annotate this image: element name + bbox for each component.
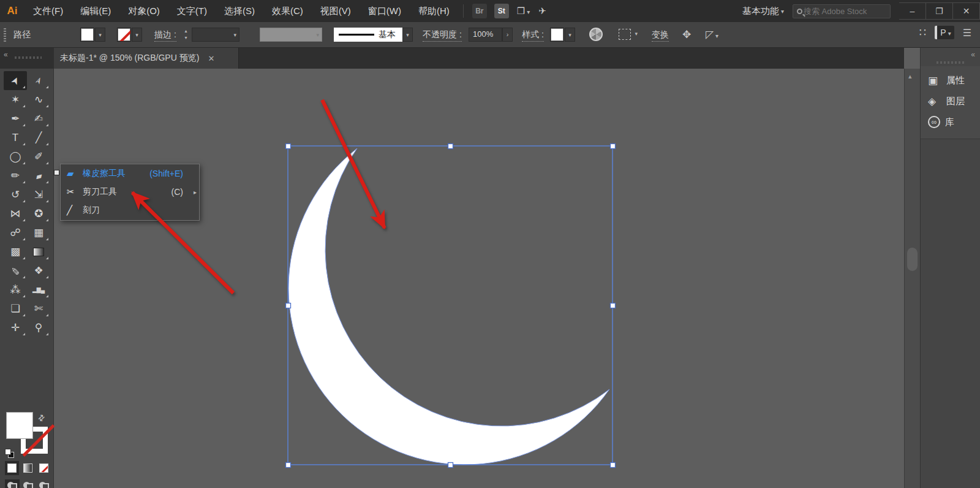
tool-shaper[interactable]: ✏ xyxy=(4,166,27,185)
crescent-moon-shape[interactable] xyxy=(288,148,609,465)
scrollbar-thumb[interactable] xyxy=(907,248,918,271)
tool-line-segment[interactable]: ╱ xyxy=(27,128,50,147)
minimize-button[interactable]: – xyxy=(899,2,926,20)
tool-hand[interactable]: ✛ xyxy=(4,318,27,337)
panel-collapse-icon[interactable]: « xyxy=(971,50,975,59)
fill-color-chevron[interactable]: ▾ xyxy=(95,28,105,42)
brush-definition-dropdown[interactable]: 基本 xyxy=(334,28,402,42)
gradient-button[interactable] xyxy=(21,461,35,475)
tool-selection[interactable]: ➤ xyxy=(4,71,27,90)
menu-edit[interactable]: 编辑(E) xyxy=(72,0,119,22)
tool-direct-selection[interactable]: ➢ xyxy=(27,71,50,90)
tool-puppet-warp[interactable]: ✪ xyxy=(27,204,50,223)
draw-behind-button[interactable] xyxy=(21,479,36,488)
toolbar-grip[interactable] xyxy=(15,56,42,59)
none-button[interactable] xyxy=(37,461,51,475)
menu-type[interactable]: 文字(T) xyxy=(168,0,216,22)
flyout-item-knife-tool[interactable]: ╱ 刻刀 xyxy=(61,201,199,219)
tool-width[interactable]: ⋈ xyxy=(4,204,27,223)
grid-view-icon[interactable]: ∷ xyxy=(919,26,926,39)
menu-help[interactable]: 帮助(H) xyxy=(410,0,458,22)
stroke-weight-dropdown[interactable]: ▾ xyxy=(192,28,239,42)
tool-scale[interactable]: ⇲ xyxy=(27,185,50,204)
tool-mesh[interactable]: ▩ xyxy=(4,242,27,261)
tool-blend[interactable]: ❖ xyxy=(27,261,50,280)
vertical-scrollbar[interactable]: ▴ xyxy=(904,69,920,488)
close-button[interactable]: ✕ xyxy=(953,2,980,20)
menu-view[interactable]: 视图(V) xyxy=(312,0,360,22)
isolate-selection-icon[interactable]: ◸▾ xyxy=(706,28,718,41)
menu-effect[interactable]: 效果(C) xyxy=(263,0,312,22)
stroke-weight-stepper[interactable]: ▴ ▾ xyxy=(181,28,190,42)
fill-color-swatch[interactable] xyxy=(80,28,94,42)
recolor-artwork-icon[interactable] xyxy=(589,28,603,41)
tool-gradient[interactable] xyxy=(27,242,50,261)
menu-window[interactable]: 窗口(W) xyxy=(360,0,410,22)
panel-tab-layers[interactable]: ◈ 图层 xyxy=(921,91,980,112)
stepper-up-icon[interactable]: ▴ xyxy=(181,28,190,34)
tool-lasso[interactable]: ∿ xyxy=(27,90,50,109)
stroke-color-swatch[interactable] xyxy=(117,28,131,42)
tool-rotate[interactable]: ↺ xyxy=(4,185,27,204)
panel-menu-icon[interactable]: ☰ xyxy=(963,27,971,39)
align-dropdown-icon[interactable] xyxy=(619,29,631,40)
style-chevron[interactable]: ▾ xyxy=(565,28,575,42)
properties-panel-toggle-icon[interactable]: P▾ xyxy=(935,26,954,39)
tool-curvature[interactable]: ✍ xyxy=(27,109,50,128)
draw-inside-button[interactable] xyxy=(37,479,51,488)
opacity-input[interactable]: 100% xyxy=(469,28,502,42)
tool-slice[interactable]: ✄ xyxy=(27,299,50,318)
stock-button[interactable]: St xyxy=(494,4,509,18)
scroll-up-icon[interactable]: ▴ xyxy=(908,72,912,80)
fill-proxy-swatch[interactable] xyxy=(6,412,33,439)
tool-column-graph[interactable]: ▂▇▄ xyxy=(27,280,50,299)
menu-object[interactable]: 对象(O) xyxy=(119,0,168,22)
menu-select[interactable]: 选择(S) xyxy=(216,0,263,22)
tool-artboard[interactable]: ❏ xyxy=(4,299,27,318)
stroke-color-chevron[interactable]: ▾ xyxy=(132,28,142,42)
arrange-documents-icon[interactable]: ❒▾ xyxy=(517,6,530,17)
toolbar-collapse-icon[interactable]: « xyxy=(4,50,8,59)
style-label[interactable]: 样式 : xyxy=(522,29,544,42)
workspace-switcher[interactable]: 基本功能 ▾ xyxy=(734,6,793,17)
default-fill-stroke-icon[interactable] xyxy=(5,449,15,459)
restore-button[interactable]: ❐ xyxy=(926,2,953,20)
stock-search[interactable] xyxy=(793,4,891,18)
brush-chevron[interactable]: ▾ xyxy=(402,28,413,42)
tool-eyedropper[interactable]: ✎ xyxy=(4,261,27,280)
tool-pen[interactable]: ✒ xyxy=(4,109,27,128)
menu-file[interactable]: 文件(F) xyxy=(24,0,72,22)
tab-close-icon[interactable]: ✕ xyxy=(208,54,214,63)
panel-tab-properties[interactable]: ▣ 属性 xyxy=(921,70,980,91)
bridge-button[interactable]: Br xyxy=(472,4,487,18)
draw-normal-button[interactable] xyxy=(5,479,20,488)
tool-eraser[interactable]: ▰ xyxy=(27,166,50,185)
flyout-item-scissors-tool[interactable]: ✂ 剪刀工具 (C) ▸ xyxy=(61,183,199,201)
tool-perspective-grid[interactable]: ▦ xyxy=(27,223,50,242)
panel-grip[interactable] xyxy=(937,61,965,64)
document-tab[interactable]: 未标题-1* @ 150% (RGB/GPU 预览) ✕ xyxy=(54,48,239,69)
align-objects-icon[interactable]: ✥ xyxy=(682,28,691,41)
swap-fill-stroke-icon[interactable]: ⇄ xyxy=(36,412,47,423)
tool-ellipse[interactable]: ◯ xyxy=(4,147,27,166)
transform-label[interactable]: 变换 xyxy=(652,29,669,42)
panel-tab-libraries[interactable]: ∞ 库 xyxy=(921,112,980,132)
tool-paintbrush[interactable]: ✐ xyxy=(27,147,50,166)
stroke-weight-label[interactable]: 描边 : xyxy=(154,29,176,42)
opacity-expand-button[interactable]: › xyxy=(502,28,513,42)
share-icon[interactable]: ✈ xyxy=(538,6,546,17)
stepper-down-icon[interactable]: ▾ xyxy=(181,34,190,41)
search-input[interactable] xyxy=(804,7,876,16)
tool-type[interactable]: T xyxy=(4,128,27,147)
style-swatch[interactable] xyxy=(550,28,564,42)
tool-magic-wand[interactable]: ✶ xyxy=(4,90,27,109)
tool-icon: ➤ xyxy=(9,74,23,86)
tool-zoom[interactable]: ⚲ xyxy=(27,318,50,337)
panel-grip[interactable] xyxy=(4,28,6,42)
color-button[interactable] xyxy=(5,461,19,475)
opacity-label[interactable]: 不透明度 : xyxy=(423,29,462,42)
tool-symbol-sprayer[interactable]: ⁂ xyxy=(4,280,27,299)
tool-shape-builder[interactable]: ☍ xyxy=(4,223,27,242)
flyout-item-eraser-tool[interactable]: ▰ 橡皮擦工具 (Shift+E) xyxy=(61,164,199,183)
canvas[interactable] xyxy=(54,69,904,488)
